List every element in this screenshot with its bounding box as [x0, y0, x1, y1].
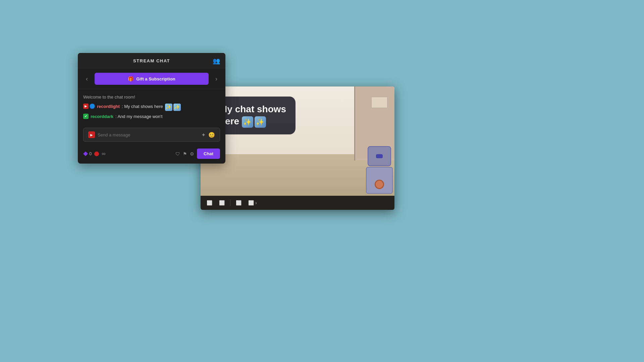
settings-icon[interactable]: ⚙ [190, 151, 194, 157]
infinity-icon: ∞ [102, 151, 105, 157]
message-input[interactable] [98, 132, 199, 137]
gift-icon: 🎁 [128, 76, 133, 81]
emoji-icon[interactable]: 😊 [208, 132, 215, 138]
chat-message-1: ▶ 🌐 recordlight : My chat shows here ✨ ✨ [83, 104, 220, 111]
sparkle-icon[interactable]: ✦ [201, 132, 206, 138]
username-recordlight[interactable]: recordlight [97, 104, 120, 110]
message-2-text: : And my message won't [115, 114, 163, 120]
bubble-emote-2: ✨ [255, 116, 266, 128]
input-record-badge: ▶ [88, 131, 95, 138]
filter-icon[interactable]: ⚑ [183, 151, 187, 157]
robot-circle [375, 180, 384, 189]
bubble-emote-1: ✨ [242, 116, 253, 128]
chat-footer: 0 ∞ 🛡 ⚑ ⚙ Chat [78, 146, 225, 164]
chat-message-2: ✔ recorddark : And my message won't [83, 114, 220, 120]
robot-character [361, 146, 394, 200]
chat-panel: STREAM CHAT 👥 ‹ 🎁 Gift a Subscription › … [78, 53, 225, 164]
message-1-badges: ▶ 🌐 [83, 104, 95, 109]
manage-users-icon[interactable]: 👥 [213, 57, 220, 65]
video-panel: My chat shows here ✨ ✨ ⬜ ⬜ ⬜ ⬜ › [201, 86, 394, 210]
check-badge-2: ✔ [83, 114, 89, 119]
gift-subscription-bar: ‹ 🎁 Gift a Subscription › [78, 69, 225, 89]
globe-badge-1: 🌐 [90, 104, 95, 109]
robot-torso [366, 167, 393, 194]
welcome-message: Welcome to the chat room! [83, 95, 220, 100]
message-1-emotes: ✨ ✨ [165, 104, 181, 111]
video-content: My chat shows here ✨ ✨ ⬜ ⬜ ⬜ ⬜ › [201, 86, 394, 210]
chat-input-area: ▶ ✦ 😊 [83, 128, 220, 142]
gift-prev-button[interactable]: ‹ [83, 74, 91, 84]
toolbar-btn-4[interactable]: ⬜ › [246, 199, 259, 207]
video-toolbar: ⬜ ⬜ ⬜ ⬜ › [201, 196, 394, 210]
bubble-text: My chat shows here ✨ ✨ [219, 103, 286, 128]
bubble-line1: My chat shows [219, 104, 286, 114]
shield-icon[interactable]: 🛡 [175, 151, 180, 157]
message-2-badges: ✔ [83, 114, 89, 119]
chat-messages-container: Welcome to the chat room! ▶ 🌐 recordligh… [78, 89, 225, 128]
points-value: 0 [89, 151, 92, 156]
username-recorddark[interactable]: recorddark [91, 114, 113, 120]
toolbar-btn-3[interactable]: ⬜ [234, 199, 244, 207]
chat-send-button[interactable]: Chat [197, 148, 220, 159]
robot-eye [376, 154, 383, 158]
emote-1b: ✨ [173, 104, 181, 111]
shelf-item [371, 97, 388, 108]
chat-header: STREAM CHAT 👥 [78, 53, 225, 69]
bubble-emotes: ✨ ✨ [242, 116, 266, 128]
gift-next-button[interactable]: › [213, 74, 220, 84]
record-badge-1: ▶ [83, 104, 89, 109]
toolbar-divider [230, 199, 230, 206]
points-display: 0 [83, 151, 92, 156]
robot-head [368, 146, 391, 166]
toolbar-btn-2[interactable]: ⬜ [217, 199, 227, 207]
emote-1a: ✨ [165, 104, 172, 111]
chat-panel-title: STREAM CHAT [133, 58, 170, 63]
points-diamond-icon [83, 152, 88, 156]
record-dot-icon [94, 152, 99, 156]
toolbar-btn-1[interactable]: ⬜ [205, 199, 214, 207]
gift-button-label: Gift a Subscription [136, 76, 175, 81]
gift-subscription-button[interactable]: 🎁 Gift a Subscription [95, 73, 209, 85]
message-1-text: : My chat shows here [122, 104, 163, 110]
